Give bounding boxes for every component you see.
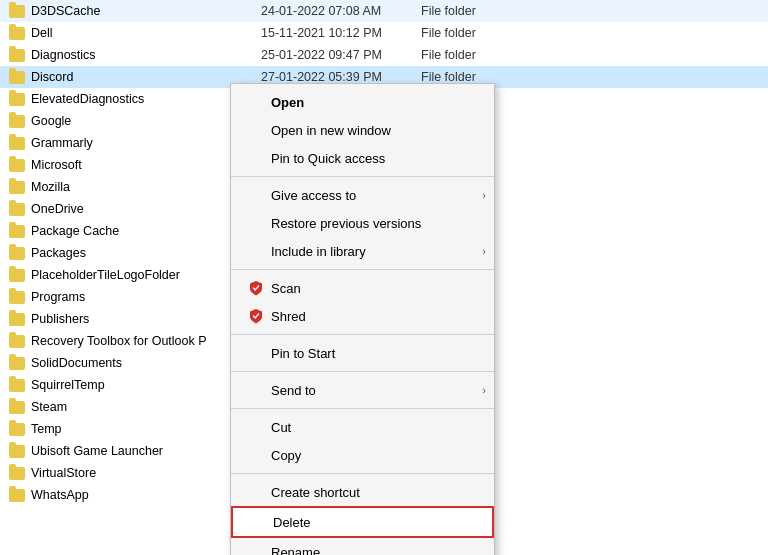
folder-icon: [8, 465, 26, 481]
menu-item-open[interactable]: Open: [231, 88, 494, 116]
menu-icon-spacer: [247, 446, 265, 464]
file-type: File folder: [421, 48, 760, 62]
menu-item-rename[interactable]: Rename: [231, 538, 494, 555]
file-name: SquirrelTemp: [31, 378, 261, 392]
menu-icon-spacer: [247, 418, 265, 436]
menu-item-shred[interactable]: Shred: [231, 302, 494, 330]
file-name: Mozilla: [31, 180, 261, 194]
folder-icon: [8, 245, 26, 261]
submenu-arrow-icon: ›: [482, 189, 486, 201]
folder-icon: [8, 113, 26, 129]
file-date: 24-01-2022 07:08 AM: [261, 4, 421, 18]
file-name: ElevatedDiagnostics: [31, 92, 261, 106]
menu-item-label: Open: [271, 95, 304, 110]
file-name: D3DSCache: [31, 4, 261, 18]
menu-separator: [231, 334, 494, 335]
menu-icon-spacer: [247, 543, 265, 555]
menu-item-label: Shred: [271, 309, 306, 324]
menu-item-send-to[interactable]: Send to›: [231, 376, 494, 404]
menu-item-open-new-window[interactable]: Open in new window: [231, 116, 494, 144]
folder-icon: [8, 201, 26, 217]
file-name: VirtualStore: [31, 466, 261, 480]
file-name: WhatsApp: [31, 488, 261, 502]
menu-icon-spacer: [247, 121, 265, 139]
file-name: PlaceholderTileLogoFolder: [31, 268, 261, 282]
menu-item-label: Open in new window: [271, 123, 391, 138]
file-row[interactable]: D3DSCache24-01-2022 07:08 AMFile folder: [0, 0, 768, 22]
menu-icon-spacer: [247, 381, 265, 399]
file-name: Microsoft: [31, 158, 261, 172]
menu-item-pin-quick-access[interactable]: Pin to Quick access: [231, 144, 494, 172]
menu-item-label: Scan: [271, 281, 301, 296]
menu-icon-spacer: [247, 93, 265, 111]
menu-icon-spacer: [247, 186, 265, 204]
menu-item-label: Pin to Quick access: [271, 151, 385, 166]
file-row[interactable]: Dell15-11-2021 10:12 PMFile folder: [0, 22, 768, 44]
mcafee-icon: [247, 307, 265, 325]
submenu-arrow-icon: ›: [482, 384, 486, 396]
folder-icon: [8, 377, 26, 393]
folder-icon: [8, 179, 26, 195]
menu-item-include-library[interactable]: Include in library›: [231, 237, 494, 265]
folder-icon: [8, 311, 26, 327]
menu-item-label: Send to: [271, 383, 316, 398]
file-name: Diagnostics: [31, 48, 261, 62]
file-name: Discord: [31, 70, 261, 84]
file-row[interactable]: Diagnostics25-01-2022 09:47 PMFile folde…: [0, 44, 768, 66]
menu-item-label: Restore previous versions: [271, 216, 421, 231]
folder-icon: [8, 3, 26, 19]
file-type: File folder: [421, 4, 760, 18]
menu-item-copy[interactable]: Copy: [231, 441, 494, 469]
menu-item-restore-versions[interactable]: Restore previous versions: [231, 209, 494, 237]
menu-icon-spacer: [247, 344, 265, 362]
folder-icon: [8, 47, 26, 63]
file-name: Grammarly: [31, 136, 261, 150]
file-name: Recovery Toolbox for Outlook P: [31, 334, 261, 348]
menu-item-cut[interactable]: Cut: [231, 413, 494, 441]
folder-icon: [8, 135, 26, 151]
file-name: Temp: [31, 422, 261, 436]
menu-item-scan[interactable]: Scan: [231, 274, 494, 302]
file-name: SolidDocuments: [31, 356, 261, 370]
menu-icon-spacer: [249, 513, 267, 531]
context-menu[interactable]: OpenOpen in new windowPin to Quick acces…: [230, 83, 495, 555]
menu-item-label: Create shortcut: [271, 485, 360, 500]
menu-separator: [231, 371, 494, 372]
submenu-arrow-icon: ›: [482, 245, 486, 257]
file-name: Packages: [31, 246, 261, 260]
file-name: OneDrive: [31, 202, 261, 216]
folder-icon: [8, 355, 26, 371]
file-date: 27-01-2022 05:39 PM: [261, 70, 421, 84]
folder-icon: [8, 223, 26, 239]
folder-icon: [8, 25, 26, 41]
menu-icon-spacer: [247, 242, 265, 260]
file-type: File folder: [421, 26, 760, 40]
folder-icon: [8, 91, 26, 107]
menu-item-delete[interactable]: Delete: [231, 506, 494, 538]
menu-separator: [231, 269, 494, 270]
menu-item-pin-start[interactable]: Pin to Start: [231, 339, 494, 367]
menu-item-label: Pin to Start: [271, 346, 335, 361]
menu-icon-spacer: [247, 214, 265, 232]
menu-separator: [231, 473, 494, 474]
file-type: File folder: [421, 70, 760, 84]
folder-icon: [8, 443, 26, 459]
file-name: Google: [31, 114, 261, 128]
menu-item-label: Include in library: [271, 244, 366, 259]
file-name: Package Cache: [31, 224, 261, 238]
menu-icon-spacer: [247, 483, 265, 501]
menu-item-create-shortcut[interactable]: Create shortcut: [231, 478, 494, 506]
folder-icon: [8, 157, 26, 173]
folder-icon: [8, 267, 26, 283]
menu-item-label: Give access to: [271, 188, 356, 203]
menu-item-label: Cut: [271, 420, 291, 435]
menu-separator: [231, 176, 494, 177]
menu-item-give-access[interactable]: Give access to›: [231, 181, 494, 209]
folder-icon: [8, 399, 26, 415]
file-name: Ubisoft Game Launcher: [31, 444, 261, 458]
folder-icon: [8, 487, 26, 503]
file-name: Publishers: [31, 312, 261, 326]
file-name: Programs: [31, 290, 261, 304]
mcafee-icon: [247, 279, 265, 297]
file-name: Steam: [31, 400, 261, 414]
